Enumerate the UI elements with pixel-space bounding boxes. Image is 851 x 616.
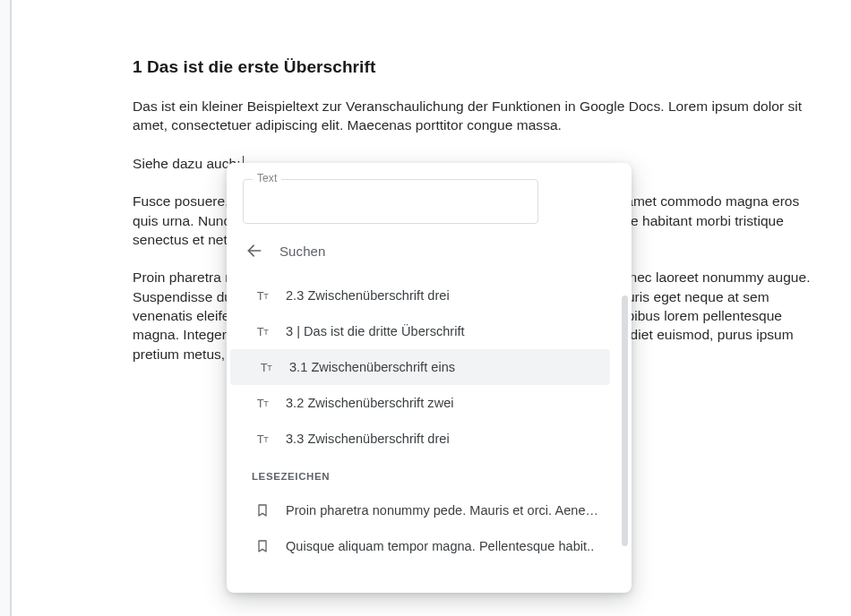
heading-result-label: 3.2 Zwischenüberschrift zwei [286, 396, 454, 410]
heading-icon: TT [252, 289, 273, 303]
bookmark-icon [252, 539, 273, 553]
heading-result-label: 3 | Das ist die dritte Überschrift [286, 324, 465, 338]
heading-1[interactable]: 1 Das ist die erste Überschrift [133, 57, 813, 77]
bookmark-result[interactable]: Quisque aliquam tempor magna. Pellentesq… [227, 528, 614, 564]
heading-result-label: 3.1 Zwischenüberschrift eins [289, 360, 455, 374]
heading-icon: TT [252, 432, 273, 446]
popup-scrollbar[interactable] [622, 295, 628, 546]
bookmark-result-label: Quisque aliquam tempor magna. Pellentesq… [286, 539, 594, 553]
heading-result[interactable]: TT 3.3 Zwischenüberschrift drei [227, 421, 614, 457]
document-page: 1 Das ist die erste Überschrift Das ist … [12, 0, 851, 616]
heading-result[interactable]: TT 3.2 Zwischenüberschrift zwei [227, 385, 614, 421]
heading-icon: TT [252, 325, 273, 338]
heading-result-label: 3.3 Zwischenüberschrift drei [286, 432, 450, 446]
link-text-field-label: Text [253, 172, 281, 184]
heading-result-hovered[interactable]: TT 3.1 Zwischenüberschrift eins [230, 349, 610, 385]
heading-result-label: 2.3 Zwischenüberschrift drei [286, 288, 450, 303]
back-arrow-icon[interactable] [245, 242, 263, 260]
heading-result[interactable]: TT 3 | Das ist die dritte Überschrift [227, 313, 614, 349]
bookmark-result[interactable]: Proin pharetra nonummy pede. Mauris et o… [227, 492, 614, 528]
heading-icon: TT [255, 361, 277, 374]
paragraph-text: Siehe dazu auch: [133, 156, 241, 171]
link-insert-popup: Text Suchen TT 2.3 Zwischenüberschrift d… [227, 163, 632, 593]
heading-icon: TT [252, 397, 273, 410]
bookmark-icon [252, 503, 273, 518]
bookmark-result-label: Proin pharetra nonummy pede. Mauris et o… [286, 503, 598, 518]
paragraph[interactable]: Das ist ein kleiner Beispieltext zur Ver… [133, 97, 813, 135]
search-label: Suchen [279, 244, 325, 259]
search-row: Suchen [245, 242, 325, 260]
section-header-bookmarks: LESEZEICHEN [227, 460, 614, 492]
heading-result[interactable]: TT 2.3 Zwischenüberschrift drei [227, 278, 614, 313]
link-text-field[interactable]: Text [243, 179, 538, 224]
results-list: TT 2.3 Zwischenüberschrift drei TT 3 | D… [227, 278, 614, 564]
